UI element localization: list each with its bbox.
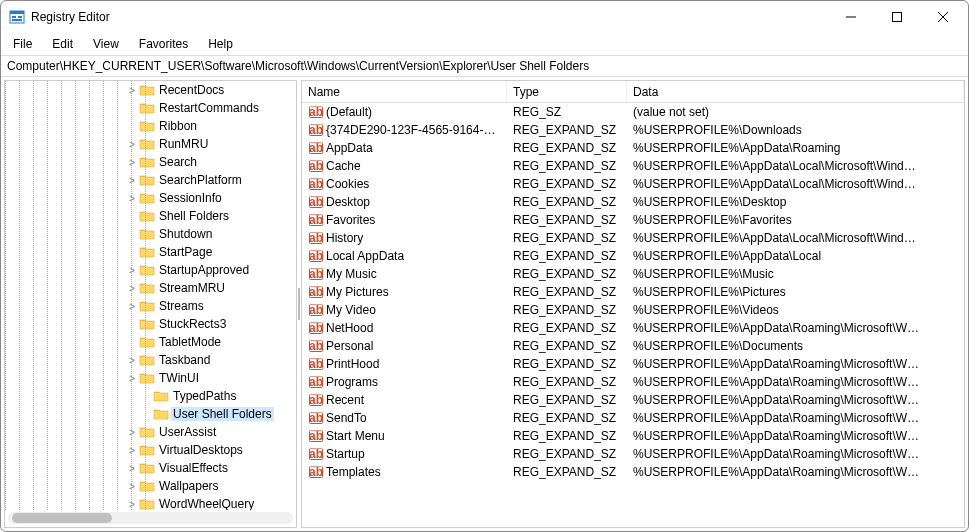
column-data[interactable]: Data xyxy=(627,81,964,102)
tree-item[interactable]: >SearchPlatform xyxy=(5,171,296,189)
expand-icon[interactable]: > xyxy=(125,265,139,276)
value-row[interactable]: abMy PicturesREG_EXPAND_SZ%USERPROFILE%\… xyxy=(302,283,964,301)
menu-favorites[interactable]: Favorites xyxy=(131,35,196,53)
pane-splitter[interactable] xyxy=(297,77,301,531)
value-row[interactable]: abProgramsREG_EXPAND_SZ%USERPROFILE%\App… xyxy=(302,373,964,391)
value-row[interactable]: abMy VideoREG_EXPAND_SZ%USERPROFILE%\Vid… xyxy=(302,301,964,319)
tree-item[interactable]: RestartCommands xyxy=(5,99,296,117)
value-row[interactable]: abStart MenuREG_EXPAND_SZ%USERPROFILE%\A… xyxy=(302,427,964,445)
tree-item-label: RestartCommands xyxy=(157,101,261,115)
tree-item[interactable]: >TWinUI xyxy=(5,369,296,387)
value-row[interactable]: abLocal AppDataREG_EXPAND_SZ%USERPROFILE… xyxy=(302,247,964,265)
value-row[interactable]: abMy MusicREG_EXPAND_SZ%USERPROFILE%\Mus… xyxy=(302,265,964,283)
value-row[interactable]: abStartupREG_EXPAND_SZ%USERPROFILE%\AppD… xyxy=(302,445,964,463)
close-button[interactable] xyxy=(920,2,966,32)
menu-edit[interactable]: Edit xyxy=(44,35,81,53)
tree-item-label: RecentDocs xyxy=(157,83,226,97)
value-data: %USERPROFILE%\AppData\Local\Microsoft\Wi… xyxy=(627,231,964,245)
tree-item-label: VirtualDesktops xyxy=(157,443,245,457)
expand-icon[interactable]: > xyxy=(125,139,139,150)
value-row[interactable]: abAppDataREG_EXPAND_SZ%USERPROFILE%\AppD… xyxy=(302,139,964,157)
expand-icon[interactable]: > xyxy=(125,301,139,312)
tree-item[interactable]: >Taskband xyxy=(5,351,296,369)
value-data: %USERPROFILE%\AppData\Roaming\Microsoft\… xyxy=(627,447,964,461)
tree-item[interactable]: >Streams xyxy=(5,297,296,315)
tree-item[interactable]: TypedPaths xyxy=(5,387,296,405)
menu-help[interactable]: Help xyxy=(200,35,241,53)
column-name[interactable]: Name xyxy=(302,81,507,102)
svg-text:ab: ab xyxy=(309,411,323,425)
regedit-app-icon xyxy=(9,9,25,25)
value-row[interactable]: abHistoryREG_EXPAND_SZ%USERPROFILE%\AppD… xyxy=(302,229,964,247)
value-row[interactable]: abRecentREG_EXPAND_SZ%USERPROFILE%\AppDa… xyxy=(302,391,964,409)
tree-item-label: StuckRects3 xyxy=(157,317,228,331)
tree-item[interactable]: >WordWheelQuery xyxy=(5,495,296,510)
expand-icon[interactable]: > xyxy=(125,481,139,492)
svg-text:ab: ab xyxy=(309,195,323,209)
folder-icon xyxy=(139,263,155,277)
value-row[interactable]: abCacheREG_EXPAND_SZ%USERPROFILE%\AppDat… xyxy=(302,157,964,175)
folder-icon xyxy=(139,335,155,349)
tree-item-label: TabletMode xyxy=(157,335,223,349)
expand-icon[interactable]: > xyxy=(125,463,139,474)
tree-item[interactable]: >RunMRU xyxy=(5,135,296,153)
tree-item[interactable]: Ribbon xyxy=(5,117,296,135)
tree-item-label: TypedPaths xyxy=(171,389,238,403)
tree-item[interactable]: Shutdown xyxy=(5,225,296,243)
expand-icon[interactable]: > xyxy=(125,175,139,186)
value-row[interactable]: abTemplatesREG_EXPAND_SZ%USERPROFILE%\Ap… xyxy=(302,463,964,481)
value-type: REG_EXPAND_SZ xyxy=(507,357,627,371)
string-value-icon: ab xyxy=(308,374,324,390)
tree-item[interactable]: TabletMode xyxy=(5,333,296,351)
tree-item[interactable]: >VisualEffects xyxy=(5,459,296,477)
value-row[interactable]: abSendToREG_EXPAND_SZ%USERPROFILE%\AppDa… xyxy=(302,409,964,427)
value-row[interactable]: abNetHoodREG_EXPAND_SZ%USERPROFILE%\AppD… xyxy=(302,319,964,337)
value-row[interactable]: abPersonalREG_EXPAND_SZ%USERPROFILE%\Doc… xyxy=(302,337,964,355)
expand-icon[interactable]: > xyxy=(125,283,139,294)
tree-item-label: StartPage xyxy=(157,245,214,259)
expand-icon[interactable]: > xyxy=(125,427,139,438)
expand-icon[interactable]: > xyxy=(125,445,139,456)
folder-icon xyxy=(139,227,155,241)
value-data: %USERPROFILE%\AppData\Roaming xyxy=(627,141,964,155)
expand-icon[interactable]: > xyxy=(125,373,139,384)
tree-horizontal-scrollbar[interactable] xyxy=(8,512,293,524)
expand-icon[interactable]: > xyxy=(125,157,139,168)
tree-item[interactable]: >SessionInfo xyxy=(5,189,296,207)
tree-item[interactable]: >VirtualDesktops xyxy=(5,441,296,459)
value-row[interactable]: abFavoritesREG_EXPAND_SZ%USERPROFILE%\Fa… xyxy=(302,211,964,229)
address-bar[interactable]: Computer\HKEY_CURRENT_USER\Software\Micr… xyxy=(1,55,968,77)
value-type: REG_EXPAND_SZ xyxy=(507,429,627,443)
value-type: REG_EXPAND_SZ xyxy=(507,393,627,407)
expand-icon[interactable]: > xyxy=(125,193,139,204)
value-data: (value not set) xyxy=(627,105,964,119)
tree-item[interactable]: >Search xyxy=(5,153,296,171)
tree-item[interactable]: >UserAssist xyxy=(5,423,296,441)
svg-text:ab: ab xyxy=(309,357,323,371)
value-row[interactable]: abPrintHoodREG_EXPAND_SZ%USERPROFILE%\Ap… xyxy=(302,355,964,373)
tree-item[interactable]: User Shell Folders xyxy=(5,405,296,423)
tree-item[interactable]: >RecentDocs xyxy=(5,81,296,99)
folder-icon xyxy=(139,209,155,223)
value-row[interactable]: abDesktopREG_EXPAND_SZ%USERPROFILE%\Desk… xyxy=(302,193,964,211)
value-row[interactable]: ab{374DE290-123F-4565-9164-39C4925E…REG_… xyxy=(302,121,964,139)
tree-item[interactable]: StuckRects3 xyxy=(5,315,296,333)
minimize-button[interactable] xyxy=(828,2,874,32)
window-title: Registry Editor xyxy=(31,10,828,24)
value-row[interactable]: abCookiesREG_EXPAND_SZ%USERPROFILE%\AppD… xyxy=(302,175,964,193)
value-name: Desktop xyxy=(326,195,370,209)
value-row[interactable]: ab(Default)REG_SZ(value not set) xyxy=(302,103,964,121)
expand-icon[interactable]: > xyxy=(125,85,139,96)
tree-item[interactable]: >StartupApproved xyxy=(5,261,296,279)
expand-icon[interactable]: > xyxy=(125,355,139,366)
tree-item[interactable]: >StreamMRU xyxy=(5,279,296,297)
tree-item[interactable]: Shell Folders xyxy=(5,207,296,225)
svg-text:ab: ab xyxy=(309,267,323,281)
column-type[interactable]: Type xyxy=(507,81,627,102)
expand-icon[interactable]: > xyxy=(125,499,139,510)
maximize-button[interactable] xyxy=(874,2,920,32)
tree-item[interactable]: >Wallpapers xyxy=(5,477,296,495)
tree-item[interactable]: StartPage xyxy=(5,243,296,261)
menu-view[interactable]: View xyxy=(85,35,127,53)
menu-file[interactable]: File xyxy=(5,35,40,53)
